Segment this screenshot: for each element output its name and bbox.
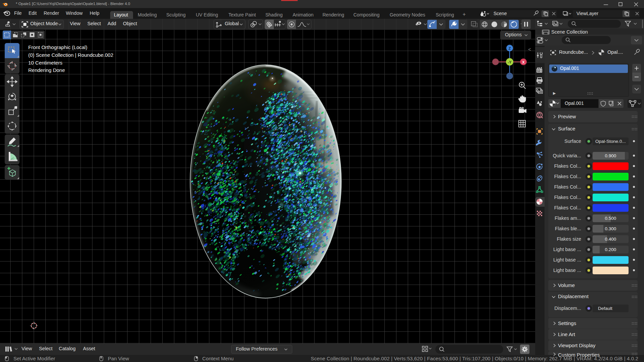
svg-text:Z: Z [509, 46, 511, 50]
svg-text:X: X [522, 60, 525, 64]
svg-text:-Y: -Y [508, 60, 512, 64]
